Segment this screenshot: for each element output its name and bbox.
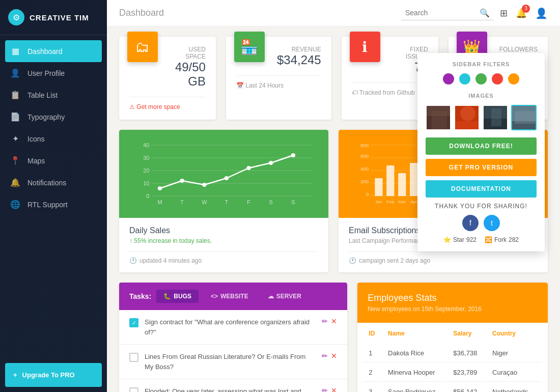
svg-rect-36	[398, 173, 406, 196]
bottom-row: Tasks: 🐛 BUGS <> WEBSITE ☁ SERVER ✓	[119, 283, 548, 392]
filter-color-1[interactable]	[459, 73, 470, 85]
emp-country-2: Netherlands	[487, 383, 542, 392]
documentation-button[interactable]: DOCUMENTATION	[426, 180, 537, 198]
task-delete-3[interactable]: ✕	[331, 386, 337, 392]
task-delete-2[interactable]: ✕	[331, 352, 337, 360]
stat-footer-link-0[interactable]: ⚠ Get more space	[129, 103, 180, 110]
facebook-button[interactable]: f	[462, 215, 479, 231]
upgrade-button[interactable]: + Upgrade To PRO	[5, 363, 102, 387]
sidebar-item-notifications[interactable]: 🔔 Notifications	[0, 172, 107, 193]
task-delete-1[interactable]: ✕	[331, 317, 337, 325]
employees-card: Employees Stats New employees on 15th Se…	[357, 283, 548, 392]
svg-text:Mar: Mar	[398, 199, 406, 204]
github-star[interactable]: ⭐ Star 922	[443, 236, 477, 243]
sidebar-item-maps[interactable]: 📍 Maps	[0, 150, 107, 172]
images-title: IMAGES	[426, 93, 537, 99]
nav-icon-typography: 📄	[10, 112, 20, 122]
nav-label-user-profile: User Profile	[27, 69, 65, 77]
filter-color-0[interactable]	[443, 73, 454, 85]
stat-value-1: $34,245	[277, 53, 321, 67]
tab-bugs[interactable]: 🐛 BUGS	[156, 290, 199, 303]
svg-point-23	[291, 153, 296, 157]
task-actions-1: ✏ ✕	[322, 317, 337, 325]
search-icon[interactable]: 🔍	[480, 8, 490, 18]
svg-text:200: 200	[360, 179, 369, 184]
sidebar-logo: ⚙ CREATIVE TIM	[0, 0, 107, 35]
stat-footer-link-2: 🏷 Tracked from Github	[352, 89, 415, 96]
task-check-3[interactable]	[129, 387, 138, 392]
emp-row-0: 1 Dakota Rice $36,738 Niger	[363, 344, 542, 362]
svg-text:Jan: Jan	[375, 199, 382, 204]
sidebar-item-dashboard[interactable]: ▦ Dashboard	[5, 40, 102, 62]
topbar-icons: ⊞ 🔔 3 👤	[500, 7, 548, 19]
filter-title: SIDEBAR FILTERS	[426, 61, 537, 67]
svg-text:W: W	[202, 200, 207, 205]
stat-icon-2: ℹ	[350, 32, 380, 62]
filter-color-2[interactable]	[475, 73, 487, 85]
content-area: 🗂 Used Space 49/50 GB ⚠ Get more space 🏪…	[107, 26, 560, 392]
arrow-up-icon: ↑	[129, 237, 132, 244]
nav-label-dashboard: Dashboard	[27, 47, 63, 55]
filter-img-2[interactable]	[454, 105, 480, 130]
download-free-button[interactable]: DOWNLOAD FREE!	[426, 137, 537, 155]
logo-text: CREATIVE TIM	[30, 13, 89, 22]
stat-footer-1: 📅 Last 24 Hours	[236, 75, 321, 89]
nav-icon-maps: 📍	[10, 156, 20, 165]
col-salary: Salary	[448, 324, 486, 343]
grid-icon[interactable]: ⊞	[500, 8, 508, 19]
svg-text:0: 0	[146, 193, 149, 199]
task-check-2[interactable]	[129, 353, 138, 362]
nav-icon-table-list: 📋	[10, 90, 20, 100]
nav-label-rtl-support: RTL Support	[27, 201, 68, 209]
task-list: ✓ Sign contract for "What are conference…	[119, 310, 347, 392]
task-actions-3: ✏ ✕	[322, 386, 337, 392]
search-input[interactable]	[405, 9, 477, 17]
sidebar-item-icons[interactable]: ✦ Icons	[0, 128, 107, 150]
sidebar-filter-popup: SIDEBAR FILTERS IMAGES DOWNLOAD FREE! GE…	[417, 53, 545, 251]
filter-color-4[interactable]	[508, 73, 519, 85]
notification-icon[interactable]: 🔔 3	[516, 8, 527, 19]
svg-point-18	[180, 179, 184, 183]
svg-text:20: 20	[143, 168, 149, 174]
tab-server[interactable]: ☁ SERVER	[261, 290, 309, 303]
task-text-2: Lines From Great Russian Literature? Or …	[145, 352, 316, 372]
daily-sales-body: Daily Sales ↑ 55% increase in today sale…	[119, 218, 328, 272]
task-item-2: Lines From Great Russian Literature? Or …	[119, 345, 347, 379]
task-edit-1[interactable]: ✏	[322, 317, 328, 325]
filter-img-3[interactable]	[483, 105, 508, 130]
filter-img-4[interactable]	[511, 105, 537, 130]
thank-you-text: THANK YOU FOR SHARING!	[426, 203, 537, 210]
nav-label-table-list: Table List	[27, 91, 58, 99]
svg-point-63	[460, 106, 475, 121]
sidebar-item-typography[interactable]: 📄 Typography	[0, 106, 107, 128]
filter-images	[426, 105, 537, 130]
emp-name-2: Sage Rodriguez	[383, 383, 447, 392]
user-icon[interactable]: 👤	[535, 7, 548, 19]
filter-colors	[426, 73, 537, 85]
svg-point-17	[158, 186, 162, 190]
svg-rect-69	[515, 111, 535, 124]
github-fork[interactable]: 🔀 Fork 282	[485, 236, 519, 243]
nav-icon-notifications: 🔔	[10, 178, 20, 187]
svg-text:M: M	[157, 200, 162, 205]
tasks-label: Tasks:	[129, 292, 151, 300]
task-check-1[interactable]: ✓	[129, 318, 138, 327]
task-text-1: Sign contract for "What are conference o…	[145, 317, 316, 337]
twitter-button[interactable]: t	[484, 215, 500, 231]
task-edit-2[interactable]: ✏	[322, 352, 328, 360]
task-actions-2: ✏ ✕	[322, 352, 337, 360]
search-box[interactable]: 🔍	[401, 6, 494, 20]
filter-color-3[interactable]	[492, 73, 503, 85]
nav-icon-dashboard: ▦	[10, 46, 20, 56]
stat-footer-0: ⚠ Get more space	[129, 97, 206, 110]
task-edit-3[interactable]: ✏	[322, 386, 328, 392]
emp-row-2: 3 Sage Rodriguez $56,142 Netherlands	[363, 383, 542, 392]
sidebar-item-user-profile[interactable]: 👤 User Profile	[0, 62, 107, 84]
get-pro-button[interactable]: GET PRO VERSION	[426, 159, 537, 176]
sidebar-item-table-list[interactable]: 📋 Table List	[0, 84, 107, 106]
tab-website[interactable]: <> WEBSITE	[204, 290, 256, 303]
emp-country-0: Niger	[487, 344, 542, 362]
filter-img-1[interactable]	[426, 105, 451, 130]
sidebar-item-rtl-support[interactable]: 🌐 RTL Support	[0, 193, 107, 215]
emp-country-1: Curaçao	[487, 363, 542, 382]
